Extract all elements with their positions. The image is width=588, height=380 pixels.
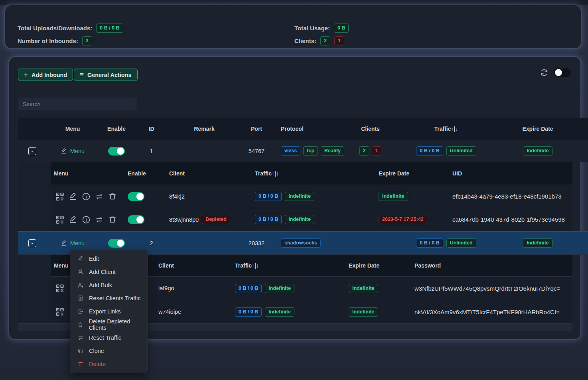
menu-bars-icon: ≡ [80,71,84,78]
client-password: nkV/I/3XoAm9v6xMT/T5IcrF4TpeTKF98rHARbRo… [411,300,572,323]
add-client-icon [77,269,84,275]
edit-icon [61,148,67,154]
col-header-enable: Enable [124,162,166,185]
menu-item-add-bulk[interactable]: Add Bulk [70,278,147,291]
expire-badge: Indefinite [523,146,552,156]
delete-icon[interactable] [108,192,117,201]
menu-item-reset-traffic[interactable]: Reset Traffic [70,331,147,344]
number-of-inbounds-label: Number of Inbounds: [18,37,78,44]
reset-traffic-icon[interactable] [95,192,104,201]
general-actions-label: General Actions [87,72,132,78]
qr-code-icon[interactable] [55,284,64,293]
depleted-badge: Depleted [202,215,230,224]
delete-icon[interactable] [108,215,117,224]
traffic-limit-badge: Indefinite [265,284,294,293]
dark-mode-toggle[interactable] [554,68,571,77]
row-menu-button[interactable]: Menu [61,240,85,246]
enable-toggle[interactable] [108,147,125,156]
qr-code-icon[interactable] [55,192,64,201]
inbound-id: 1 [134,140,168,162]
col-header-client: Client [166,162,252,185]
total-usage-value: 0 B [334,24,349,33]
col-header-protocol: Protocol [273,118,351,140]
col-header-traffic[interactable]: Traffic↑|↓ [232,255,345,276]
traffic-badge: 0 B / 0 B [416,146,443,156]
col-header-enable: Enable [99,118,134,140]
add-inbound-button[interactable]: + Add Inbound [18,69,73,81]
inbound-row-1: - Menu 1 54767 vless tcp Reality 2 1 0 B… [18,140,588,162]
menu-item-export-links[interactable]: Export Links [70,305,147,318]
clients-label: Clients: [294,37,316,44]
clone-icon [77,348,84,354]
menu-item-reset-clients-traffic[interactable]: Reset Clients Traffic [70,291,147,305]
qr-code-icon[interactable] [55,215,64,224]
edit-icon[interactable] [69,215,77,224]
expire-badge: 2023-5-7 17:25:42 [379,215,427,224]
col-header-expire: Expire Date [375,162,449,185]
file-icon [77,295,84,301]
general-actions-button[interactable]: ≡ General Actions [74,69,138,81]
protocol-badge: shadowsocks [281,238,321,248]
inbound-context-menu: Edit Add Client Add Bulk Reset Clients T… [70,249,148,373]
clients-depleted-count: 1 [334,36,344,45]
col-header-uid: UID [449,162,572,185]
info-icon[interactable] [82,215,91,224]
col-header-expander [18,118,47,140]
delete-icon [77,361,84,367]
traffic-limit-badge: Indefinite [285,192,314,201]
client-name: 8t3wjnn8p0 [169,217,199,223]
client-name: w74ioipe [155,300,232,323]
col-header-password: Password [411,255,572,276]
security-badge: Reality [321,146,344,156]
col-header-traffic[interactable]: Traffic↑|↓ [252,162,375,185]
refresh-icon[interactable] [540,68,549,77]
menu-item-delete[interactable]: Delete [70,357,147,370]
qr-code-icon[interactable] [55,307,64,316]
inbound-remark [168,140,240,162]
col-header-expire: Expire Date [345,255,411,276]
expire-badge: Indefinite [379,192,408,201]
reset-traffic-icon [77,335,84,341]
edit-icon[interactable] [69,192,77,201]
inbound-port: 54767 [240,140,273,162]
inbound-1-clients-panel: Menu Enable Client Traffic↑|↓ Expire Dat… [18,162,572,231]
inbounds-page: Total Uploads/Downloads: 0 B / 0 B Numbe… [0,0,588,380]
clients-active-count: 2 [320,36,330,45]
collapse-row-button[interactable]: - [28,147,36,155]
export-icon [77,308,84,315]
enable-toggle[interactable] [128,215,144,224]
toggle-knob [555,69,562,76]
add-inbound-label: Add Inbound [32,72,67,78]
inbound-remark [168,232,240,254]
col-header-traffic[interactable]: Traffic↑|↓ [389,118,503,140]
enable-toggle[interactable] [108,239,125,248]
menu-item-edit[interactable]: Edit [70,252,147,265]
client-password: w3NfbzUPf5WWd745Q8pvsmQrdrttT2IO6knuI7Di… [411,277,572,300]
traffic-badge: 0 B / 0 B [235,284,262,293]
client-name: laf9go [155,277,232,300]
traffic-limit-badge: Unlimited [446,238,476,248]
search-input[interactable] [18,98,137,110]
menu-item-add-client[interactable]: Add Client [70,265,147,278]
traffic-limit-badge: Indefinite [285,215,314,224]
traffic-badge: 0 B / 0 B [255,192,282,201]
clients-depleted-badge: 1 [372,146,382,156]
expire-badge: Indefinite [349,284,378,293]
reset-traffic-icon[interactable] [95,215,104,224]
col-header-remark: Remark [168,118,240,140]
delete-depleted-icon [77,321,83,328]
stats-card: Total Uploads/Downloads: 0 B / 0 B Numbe… [5,5,581,49]
menu-item-clone[interactable]: Clone [70,344,147,357]
row-menu-button[interactable]: Menu [61,148,85,154]
enable-toggle[interactable] [128,192,144,201]
traffic-badge: 0 B / 0 B [416,238,443,248]
menu-item-delete-depleted-clients[interactable]: Delete Depleted Clients [70,318,147,331]
info-icon[interactable] [82,192,91,201]
client-name: 8f4kj2 [166,185,252,208]
inbound-port: 20332 [240,232,273,254]
inbounds-table-header: Menu Enable ID Remark Port Protocol Clie… [18,118,588,140]
client-row: 8f4kj2 0 B / 0 B Indefinite Indefinite e… [51,185,572,208]
collapse-row-button[interactable]: - [28,239,36,247]
col-header-client: Client [155,255,232,276]
traffic-limit-badge: Unlimited [446,146,476,156]
